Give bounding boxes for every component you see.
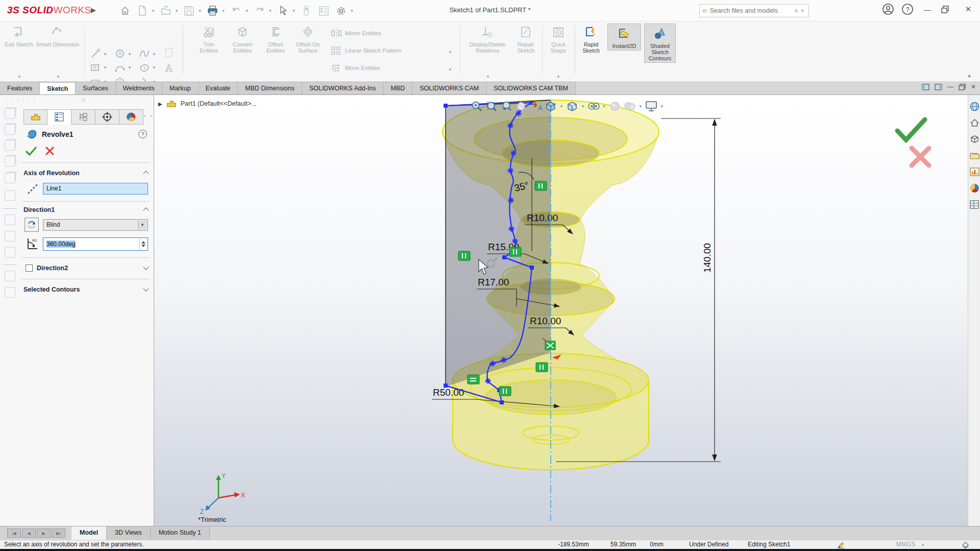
quick-snaps-dropdown[interactable]: ▼ — [556, 75, 560, 79]
direction2-checkbox[interactable] — [26, 265, 33, 272]
pm-help-icon[interactable]: ? — [138, 130, 147, 138]
restore-button[interactable] — [941, 6, 954, 13]
units-selector[interactable]: MMGS — [896, 541, 915, 548]
edit-appearance-icon[interactable] — [609, 100, 621, 112]
dimension-r17-text[interactable]: R17.00 — [478, 277, 509, 288]
tab-sketch[interactable]: Sketch — [40, 82, 76, 94]
line-icon[interactable] — [90, 48, 101, 59]
touch-mode-icon[interactable] — [299, 3, 314, 18]
ellipse-dropdown[interactable]: ▼ — [152, 65, 156, 70]
select-dropdown[interactable]: ▼ — [292, 9, 296, 13]
exit-sketch-dropdown[interactable]: ▼ — [17, 75, 21, 79]
open-dropdown[interactable]: ▼ — [175, 9, 179, 13]
tree-expand-arrow[interactable]: ▶ — [158, 101, 162, 107]
settings-gear-icon[interactable] — [333, 3, 349, 18]
save-icon[interactable] — [182, 3, 197, 18]
tab-mbd[interactable]: MBD — [384, 82, 413, 94]
tab-features[interactable]: Features — [0, 82, 40, 94]
offset-entities-button[interactable]: Offset Entities — [261, 25, 290, 54]
end-condition-dropdown[interactable]: Blind▼ — [43, 219, 148, 231]
settings-dropdown[interactable]: ▼ — [350, 9, 354, 13]
feature-breadcrumb[interactable]: ▶ Part1 (Default<<Default>... — [158, 99, 257, 108]
dimension-r50-text[interactable]: R50.00 — [433, 387, 464, 398]
linear-pattern-dropdown[interactable]: ▼ — [448, 50, 452, 55]
print-icon[interactable] — [205, 3, 220, 18]
view-palette-icon[interactable] — [969, 166, 979, 177]
zoom-to-area-icon[interactable] — [485, 100, 498, 112]
mirror-entities-button[interactable]: Mirror Entities — [331, 29, 381, 38]
line-dropdown[interactable]: ▼ — [103, 52, 107, 57]
linear-sketch-pattern-button[interactable]: Linear Sketch Pattern — [331, 46, 402, 55]
new-document-icon[interactable] — [135, 3, 150, 18]
previous-view-icon[interactable] — [500, 100, 512, 112]
breadcrumb-text[interactable]: Part1 (Default<<Default>... — [181, 100, 257, 107]
direction1-header[interactable]: Direction1 — [23, 206, 55, 213]
offset-on-surface-button[interactable]: Offset On Surface — [293, 25, 323, 54]
select-cursor-icon[interactable] — [276, 3, 291, 18]
tab-motion-study-1[interactable]: Motion Study 1 — [151, 526, 210, 540]
move-entities-dropdown[interactable]: ▼ — [448, 67, 452, 72]
circle-dropdown[interactable]: ▼ — [128, 52, 132, 57]
pm-cancel-button[interactable] — [45, 146, 55, 156]
tab-scroll-first-button[interactable]: |◀ — [7, 529, 21, 538]
tab-evaluate[interactable]: Evaluate — [199, 82, 238, 94]
custom-properties-icon[interactable] — [969, 199, 979, 209]
end-condition-caret[interactable]: ▼ — [138, 221, 146, 229]
display-pane-icon[interactable] — [316, 3, 331, 18]
panel-pin-dot[interactable] — [82, 98, 85, 102]
spline-dropdown[interactable]: ▼ — [152, 52, 156, 57]
tab-dimxpert-manager[interactable] — [95, 109, 119, 125]
direction1-collapse-chevron[interactable] — [143, 207, 149, 213]
open-document-icon[interactable] — [158, 3, 174, 18]
appearances-scenes-icon[interactable] — [969, 183, 979, 193]
tab-weldments[interactable]: Weldments — [116, 82, 162, 94]
tab-3d-views[interactable]: 3D Views — [107, 526, 151, 540]
sketch-pencil-icon[interactable] — [837, 541, 845, 548]
search-box[interactable]: ▼ — [699, 4, 809, 17]
3dexperience-globe-icon[interactable] — [969, 101, 979, 111]
display-style-icon[interactable] — [566, 100, 578, 112]
tab-property-manager[interactable] — [47, 109, 71, 125]
help-icon[interactable]: ? — [901, 3, 914, 15]
dimension-r10-top-text[interactable]: R10.00 — [527, 212, 558, 223]
print-dropdown[interactable]: ▼ — [222, 9, 226, 13]
tab-markup[interactable]: Markup — [162, 82, 199, 94]
tab-configuration-manager[interactable] — [71, 109, 95, 125]
manager-tab-scroll-arrows[interactable]: ‹ › — [144, 113, 154, 118]
reverse-direction-button[interactable] — [24, 218, 39, 232]
exit-sketch-button[interactable]: Exit Sketch — [4, 25, 34, 47]
tab-scroll-last-button[interactable]: ▶| — [52, 529, 65, 538]
arc-icon[interactable] — [114, 62, 126, 74]
doc-minimize-icon[interactable]: — — [947, 83, 953, 90]
ellipse-icon[interactable] — [139, 62, 150, 74]
trim-entities-button[interactable]: Trim Entities — [194, 25, 224, 54]
search-input[interactable] — [709, 7, 792, 14]
logo-flyout-arrow[interactable]: ▶ — [91, 6, 96, 14]
hide-show-items-icon[interactable] — [587, 100, 600, 112]
move-entities-button[interactable]: Move Entities — [331, 63, 380, 73]
dimension-height-text[interactable]: 140.00 — [702, 243, 713, 273]
file-explorer-icon[interactable] — [969, 150, 979, 160]
save-dropdown[interactable]: ▼ — [198, 9, 202, 13]
units-caret[interactable]: ▲ — [921, 542, 925, 547]
instant2d-button[interactable]: Instant2D — [607, 23, 641, 51]
selected-contours-expand-chevron[interactable] — [143, 285, 149, 291]
revolve-angle-field[interactable]: 360.00deg — [43, 237, 148, 251]
graphics-area[interactable]: 140.00 R10.00 R15.00 R17.00 R10.00 — [154, 95, 968, 526]
search-icon[interactable] — [795, 7, 798, 15]
tags-icon[interactable] — [962, 541, 969, 548]
search-dropdown[interactable]: ▼ — [800, 9, 804, 13]
rectangle-icon[interactable] — [90, 62, 101, 74]
pm-ok-button[interactable] — [26, 146, 37, 156]
rapid-sketch-button[interactable]: Rapid Sketch — [578, 25, 604, 54]
home-resources-icon[interactable] — [969, 117, 979, 128]
doc-close-icon[interactable]: ✕ — [971, 83, 976, 90]
home-icon[interactable] — [117, 3, 133, 18]
doc-restore-icon[interactable] — [959, 84, 966, 90]
tab-feature-manager[interactable] — [23, 109, 47, 125]
new-document-dropdown[interactable]: ▼ — [151, 9, 155, 13]
undo-dropdown[interactable]: ▼ — [245, 9, 249, 13]
quick-snaps-button[interactable]: Quick Snaps — [545, 25, 572, 54]
ribbon-collapse-chevron[interactable]: ▲ — [967, 73, 972, 78]
redo-dropdown[interactable]: ▼ — [268, 9, 273, 13]
